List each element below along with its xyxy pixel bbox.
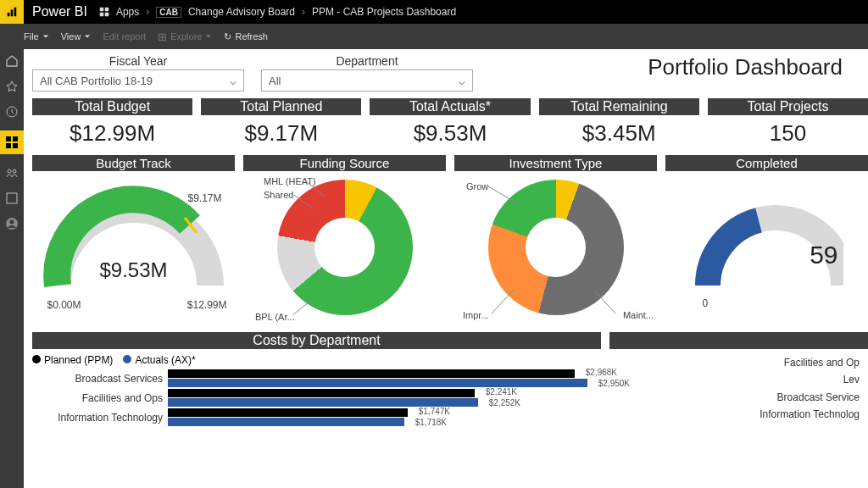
- gauge-value: $9.53M: [99, 258, 167, 282]
- bar-label: Facilities and Ops: [32, 392, 168, 404]
- legend: Planned (PPM) Actuals (AX)*: [32, 349, 601, 369]
- workspace-badge: CAB: [156, 7, 181, 18]
- edit-report-button: Edit report: [103, 31, 146, 42]
- gauge-min: $0.00M: [47, 299, 81, 311]
- fiscal-year-slicer: Fiscal Year All CAB Portfolio 18-19 ⌵: [32, 54, 244, 92]
- chevron-down-icon: [205, 33, 212, 40]
- app-name: Power BI: [32, 4, 87, 19]
- right-panel-card[interactable]: Facilities and OpLevBroadcast ServiceInf…: [609, 332, 868, 428]
- legend-swatch: [32, 355, 41, 363]
- title-bar: Power BI Apps › CAB Change Advisory Boar…: [0, 0, 868, 24]
- toolbar: File View Edit report ⊞Explore ↻Refresh: [0, 24, 868, 49]
- slicer-label: Department: [261, 54, 473, 68]
- svg-rect-0: [8, 13, 10, 16]
- svg-point-13: [13, 169, 16, 173]
- file-menu[interactable]: File: [24, 31, 49, 42]
- svg-rect-14: [7, 193, 17, 203]
- svg-line-22: [595, 291, 615, 313]
- department-slicer: Department All ⌵: [261, 54, 473, 92]
- investment-type-card[interactable]: Investment Type Grow Maint... Impr...: [454, 155, 657, 324]
- fiscal-year-dropdown[interactable]: All CAB Portfolio 18-19 ⌵: [32, 69, 244, 92]
- chevron-down-icon: ⌵: [459, 75, 465, 87]
- apps-icon[interactable]: [99, 7, 109, 17]
- chevron-right-icon: ›: [146, 6, 149, 18]
- legend-swatch: [123, 355, 131, 363]
- bar-chart: Broadcast Services$2,968K$2,950KFaciliti…: [32, 369, 601, 426]
- svg-rect-10: [6, 143, 11, 148]
- svg-line-18: [306, 181, 325, 197]
- svg-rect-4: [105, 8, 109, 12]
- svg-rect-5: [100, 13, 104, 17]
- svg-rect-3: [100, 8, 104, 12]
- gauge-value: 59: [810, 241, 837, 269]
- profile-icon[interactable]: [5, 217, 19, 230]
- svg-rect-2: [14, 8, 17, 17]
- bar-row: Facilities and Ops$2,241K$2,252K: [32, 389, 601, 407]
- bar-label: Broadcast Services: [32, 373, 168, 385]
- recent-icon[interactable]: [5, 105, 19, 119]
- gauge-max: $12.99M: [187, 299, 227, 311]
- kpi-total-remaining[interactable]: Total Remaining$3.45M: [539, 98, 699, 152]
- powerbi-logo: [0, 0, 24, 24]
- svg-line-19: [294, 195, 313, 208]
- crumb-workspace[interactable]: Change Advisory Board: [188, 6, 295, 18]
- apps-nav-active[interactable]: [0, 130, 24, 154]
- svg-line-20: [292, 297, 316, 315]
- svg-line-23: [492, 290, 514, 313]
- slicer-label: Fiscal Year: [32, 54, 244, 68]
- svg-rect-1: [11, 9, 14, 16]
- explore-button: ⊞Explore: [158, 30, 212, 43]
- dashboard-title: Portfolio Dashboard: [648, 54, 843, 80]
- funding-source-card[interactable]: Funding Source MHL (HEAT) Shared BPL (Ar…: [243, 155, 446, 324]
- favorite-icon[interactable]: [5, 80, 19, 93]
- bar-row: Broadcast Services$2,968K$2,950K: [32, 369, 601, 387]
- svg-rect-9: [13, 136, 18, 141]
- shared-icon[interactable]: [5, 166, 19, 180]
- svg-point-16: [10, 220, 14, 225]
- list-item: Lev: [609, 371, 860, 388]
- costs-row: Costs by Department Planned (PPM) Actual…: [32, 332, 868, 428]
- chevron-down-icon: [84, 33, 91, 40]
- refresh-icon: ↻: [224, 31, 231, 42]
- department-dropdown[interactable]: All ⌵: [261, 69, 473, 92]
- budget-track-card[interactable]: Budget Track $9.53M $0.00M $12.99M $9.17…: [32, 155, 235, 324]
- chevron-down-icon: ⌵: [230, 75, 236, 87]
- chevron-down-icon: [42, 33, 49, 40]
- kpi-total-actuals[interactable]: Total Actuals*$9.53M: [370, 98, 530, 152]
- view-menu[interactable]: View: [61, 31, 92, 42]
- completed-card[interactable]: Completed 59 0: [665, 155, 868, 324]
- crumb-report[interactable]: PPM - CAB Projects Dashboard: [312, 6, 456, 18]
- bar-label: Information Technology: [32, 412, 168, 424]
- kpi-total-budget[interactable]: Total Budget$12.99M: [32, 98, 192, 152]
- kpi-row: Total Budget$12.99M Total Planned$9.17M …: [32, 98, 868, 152]
- home-icon[interactable]: [5, 54, 19, 68]
- gauge-min: 0: [703, 297, 709, 309]
- svg-rect-8: [6, 136, 11, 141]
- workspace-icon[interactable]: [5, 191, 19, 205]
- gauge-target: $9.17M: [187, 192, 221, 204]
- report-canvas: Fiscal Year All CAB Portfolio 18-19 ⌵ De…: [24, 49, 868, 488]
- svg-line-21: [488, 186, 517, 203]
- leader-lines: [454, 171, 657, 324]
- department-list: Facilities and OpLevBroadcast ServiceInf…: [609, 349, 868, 424]
- list-item: Information Technolog: [609, 406, 860, 423]
- svg-point-12: [8, 169, 11, 173]
- kpi-total-projects[interactable]: Total Projects150: [708, 98, 868, 152]
- crumb-apps[interactable]: Apps: [116, 6, 139, 18]
- refresh-button[interactable]: ↻Refresh: [224, 31, 268, 42]
- list-item: Broadcast Service: [609, 389, 860, 406]
- left-nav: [0, 49, 24, 488]
- leader-lines: [243, 171, 446, 324]
- bar-row: Information Technology$1,747K$1,718K: [32, 408, 601, 426]
- costs-by-department-card[interactable]: Costs by Department Planned (PPM) Actual…: [32, 332, 601, 428]
- list-item: Facilities and Op: [609, 354, 860, 371]
- svg-rect-11: [13, 143, 18, 148]
- chart-row: Budget Track $9.53M $0.00M $12.99M $9.17…: [32, 155, 868, 324]
- svg-rect-6: [105, 13, 109, 17]
- breadcrumb: Apps › CAB Change Advisory Board › PPM -…: [99, 6, 456, 18]
- chevron-right-icon: ›: [302, 6, 305, 18]
- kpi-total-planned[interactable]: Total Planned$9.17M: [201, 98, 361, 152]
